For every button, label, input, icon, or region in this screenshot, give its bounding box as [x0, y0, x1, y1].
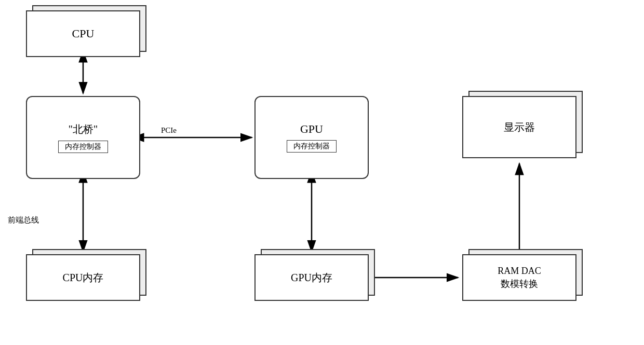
gpu-sublabel: 内存控制器: [293, 142, 330, 150]
ram-dac-label: RAM DAC数模转换: [498, 265, 541, 291]
cpu-memory-box: CPU内存: [26, 254, 140, 301]
northbridge-sublabel: 内存控制器: [65, 143, 101, 150]
gpu-memory-box: GPU内存: [254, 254, 369, 301]
front-bus-label: 前端总线: [8, 215, 39, 225]
northbridge-memory-controller: 内存控制器: [58, 141, 108, 153]
monitor-label: 显示器: [504, 120, 535, 134]
gpu-memory-label: GPU内存: [291, 271, 332, 285]
northbridge-box: "北桥" 内存控制器: [26, 96, 140, 179]
cpu-label: CPU: [72, 27, 95, 40]
monitor-box: 显示器: [462, 96, 576, 158]
northbridge-label: "北桥": [69, 122, 98, 136]
ram-dac-box: RAM DAC数模转换: [462, 254, 576, 301]
gpu-memory-controller: 内存控制器: [287, 140, 337, 153]
gpu-label: GPU: [300, 122, 323, 136]
cpu-box: CPU: [26, 10, 140, 57]
pcie-label: PCIe: [161, 126, 177, 135]
cpu-memory-label: CPU内存: [63, 271, 104, 285]
gpu-box: GPU 内存控制器: [254, 96, 369, 179]
